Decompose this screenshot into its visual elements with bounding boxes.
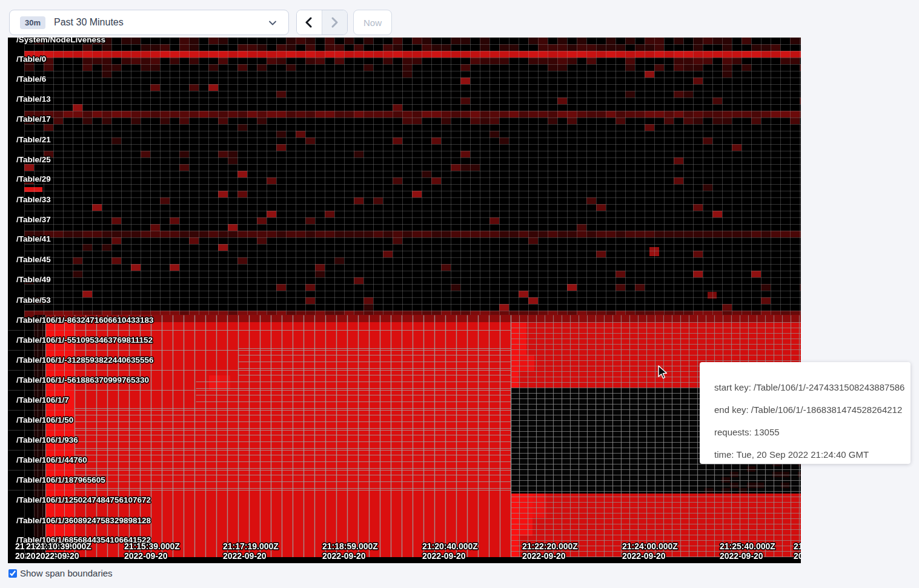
back-button[interactable] [297, 10, 322, 35]
time-window-label: Past 30 Minutes [54, 17, 124, 28]
chevron-right-icon [329, 16, 340, 28]
mouse-cursor-icon [656, 365, 668, 380]
span-hover-tooltip: start key: /Table/106/1/-247433150824388… [700, 362, 911, 464]
tooltip-end-key: end key: /Table/106/1/-18683814745282642… [714, 398, 896, 421]
tooltip-time: time: Tue, 20 Sep 2022 21:24:40 GMT [714, 443, 896, 466]
forward-button[interactable] [322, 10, 348, 35]
chevron-left-icon [304, 16, 314, 28]
show-span-boundaries-label: Show span boundaries [20, 568, 113, 578]
chevron-down-icon [268, 18, 277, 28]
heatmap-canvas[interactable] [8, 38, 801, 563]
now-button[interactable]: Now [353, 10, 392, 35]
key-visualizer-page: 30m Past 30 Minutes Now start key: /Tabl… [0, 0, 919, 588]
time-window-badge: 30m [20, 16, 45, 29]
show-span-boundaries-control[interactable]: Show span boundaries [8, 568, 113, 578]
key-visualizer-heatmap [8, 38, 801, 563]
show-span-boundaries-checkbox[interactable] [8, 569, 17, 578]
tooltip-start-key: start key: /Table/106/1/-247433150824388… [714, 376, 896, 398]
time-window-dropdown[interactable]: 30m Past 30 Minutes [9, 10, 289, 35]
tooltip-requests: requests: 13055 [714, 421, 896, 443]
time-nav-group [296, 10, 348, 35]
